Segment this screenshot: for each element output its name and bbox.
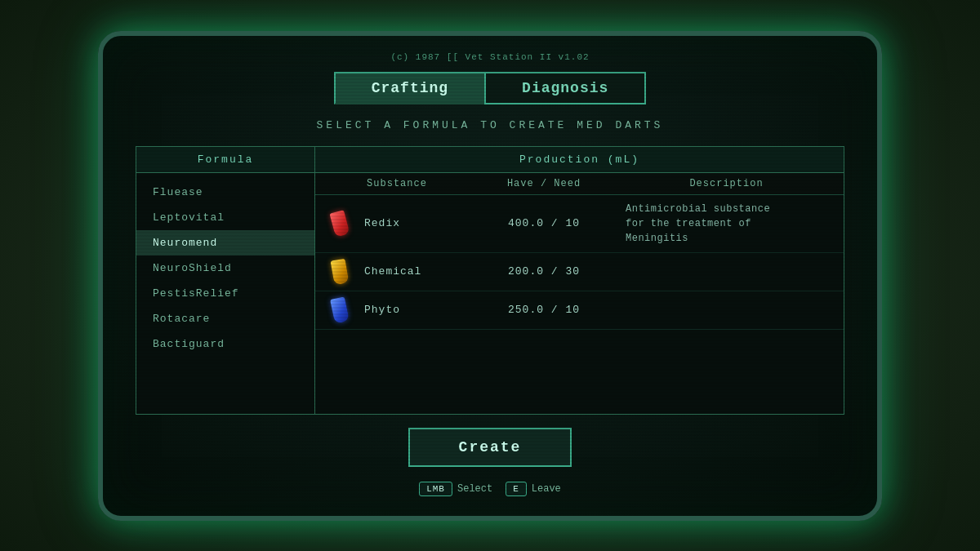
formula-panel-header: Formula xyxy=(136,147,314,173)
hint-e-label: Leave xyxy=(532,483,561,495)
hint-lmb: LMB Select xyxy=(419,482,492,496)
formula-item-pestisrelief[interactable]: PestisRelief xyxy=(136,281,314,306)
production-panel-header: Production (mL) xyxy=(315,147,844,173)
terminal-screen: (c) 1987 [[ Vet Station II v1.02 Craftin… xyxy=(98,31,882,521)
tab-bar: Crafting Diagnosis xyxy=(334,72,647,104)
col-header-have-need: Have / Need xyxy=(479,173,609,194)
vial-icon-phyto xyxy=(315,298,364,322)
production-panel: Production (mL) Substance Have / Need De… xyxy=(315,146,844,415)
footer-hints: LMB Select E Leave xyxy=(419,482,561,496)
page-subtitle: SELECT A FORMULA TO CREATE MED DARTS xyxy=(317,119,664,131)
formula-list: Fluease Leptovital Neuromend NeuroShield… xyxy=(136,173,314,414)
formula-item-leptovital[interactable]: Leptovital xyxy=(136,205,314,230)
formula-item-neuromend[interactable]: Neuromend xyxy=(136,230,314,256)
substance-name-redix: Redix xyxy=(364,217,479,229)
formula-item-neuroshield[interactable]: NeuroShield xyxy=(136,256,314,281)
bottom-row: Create xyxy=(408,415,572,473)
substance-amounts-redix: 400.0 / 10 xyxy=(479,217,609,229)
tab-diagnosis[interactable]: Diagnosis xyxy=(484,72,646,104)
substance-amounts-phyto: 250.0 / 10 xyxy=(479,304,609,316)
production-subheader: Substance Have / Need Description xyxy=(315,173,844,195)
vial-icon-chemical xyxy=(315,260,364,284)
substance-rows: Redix 400.0 / 10 Antimicrobial substance… xyxy=(315,195,844,414)
substance-row-phyto: Phyto 250.0 / 10 xyxy=(315,291,844,330)
formula-panel: Formula Fluease Leptovital Neuromend Neu… xyxy=(136,146,315,415)
substance-row-chemical: Chemical 200.0 / 30 xyxy=(315,253,844,291)
col-header-description: Description xyxy=(609,173,844,194)
formula-item-fluease[interactable]: Fluease xyxy=(136,180,314,205)
vial-red xyxy=(329,210,350,238)
tab-crafting[interactable]: Crafting xyxy=(334,72,484,104)
substance-row-redix: Redix 400.0 / 10 Antimicrobial substance… xyxy=(315,195,844,253)
vial-icon-redix xyxy=(315,211,364,236)
col-header-substance: Substance xyxy=(315,173,479,194)
create-button[interactable]: Create xyxy=(408,428,572,467)
substance-name-chemical: Chemical xyxy=(364,265,479,278)
formula-item-rotacare[interactable]: Rotacare xyxy=(136,306,314,331)
formula-item-bactiguard[interactable]: Bactiguard xyxy=(136,331,314,357)
hint-lmb-label: Select xyxy=(457,483,492,495)
copyright-text: (c) 1987 [[ Vet Station II v1.02 xyxy=(390,52,589,62)
main-content: Formula Fluease Leptovital Neuromend Neu… xyxy=(136,146,844,415)
vial-yellow xyxy=(331,258,350,285)
substance-name-phyto: Phyto xyxy=(364,304,479,316)
key-e: E xyxy=(506,482,527,496)
substance-amounts-chemical: 200.0 / 30 xyxy=(479,265,609,278)
vial-blue xyxy=(330,296,350,323)
substance-desc-redix: Antimicrobial substancefor the treatment… xyxy=(609,202,844,246)
hint-e: E Leave xyxy=(506,482,561,496)
key-lmb: LMB xyxy=(419,482,452,496)
